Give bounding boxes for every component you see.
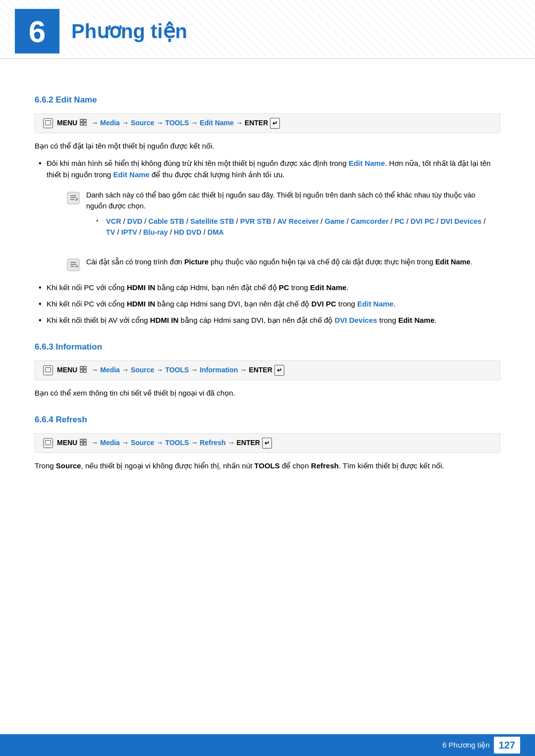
chapter-number: 6	[15, 9, 59, 53]
note-1-content: Danh sách này có thể bao gồm các thiết b…	[86, 190, 492, 242]
hd-dvd: HD DVD	[174, 228, 202, 236]
footer: 6 Phương tiện 127	[0, 734, 535, 756]
menu-media-663: Media	[100, 365, 120, 375]
section-664: 6.6.4 Refresh MENU → Media → Source → TO…	[35, 413, 500, 471]
dvi-devices: DVI Devices	[440, 217, 482, 225]
satellite-stb: Satellite STB	[190, 217, 234, 225]
arrow1-664: →	[91, 438, 98, 448]
svg-rect-21	[84, 443, 86, 445]
bullet-item-3: Khi kết nối PC với cổng HDMI IN bằng cáp…	[35, 298, 500, 309]
arrow5-664: →	[228, 438, 235, 448]
section-662: 6.6.2 Edit Name MENU → Media → Source → …	[35, 94, 500, 326]
bullet-4-text: Khi kết nối thiết bị AV với cổng HDMI IN…	[47, 316, 436, 324]
note-box-1: Danh sách này có thể bao gồm các thiết b…	[58, 185, 500, 247]
chapter-title: Phương tiện	[71, 16, 187, 46]
menu-enter-label-663: ENTER	[249, 365, 272, 375]
menu-enter-label: ENTER	[245, 118, 268, 128]
arrow5-663: →	[240, 365, 247, 375]
pencil-icon-2	[66, 258, 80, 272]
section-664-heading: 6.6.4 Refresh	[35, 413, 500, 426]
source-ref-664: Source	[56, 461, 81, 470]
menu-label-menu-663: MENU	[57, 365, 77, 375]
menu-label-menu-664: MENU	[57, 438, 77, 448]
edit-name-ref-6: Edit Name	[398, 316, 434, 324]
section-663-heading: 6.6.3 Information	[35, 341, 500, 353]
menu-tools-663: TOOLS	[165, 365, 189, 375]
arrow1-663: →	[91, 365, 98, 375]
arrow5: →	[236, 118, 243, 128]
menu-source: Source	[131, 118, 154, 128]
bullet-item-1: Đôi khi màn hình sẽ hiển thị không đúng …	[35, 157, 500, 277]
menu-media: Media	[100, 118, 120, 128]
menu-information: Information	[200, 365, 238, 375]
footer-label: 6 Phương tiện	[442, 740, 490, 751]
vcr: VCR	[106, 217, 121, 225]
menu-icon-662	[43, 118, 53, 128]
menu-editname: Edit Name	[200, 118, 233, 128]
tools-ref-664: TOOLS	[254, 461, 279, 470]
svg-rect-14	[80, 366, 83, 369]
arrow4-663: →	[191, 365, 198, 375]
cable-stb: Cable STB	[148, 217, 184, 225]
edit-name-ref-3: Edit Name	[435, 258, 471, 266]
menu-media-664: Media	[100, 438, 120, 448]
camcorder: Camcorder	[351, 217, 389, 225]
menu-grid-icon-663	[79, 365, 89, 375]
note-box-2: Cài đặt sẵn có trong trình đơn Picture p…	[58, 252, 500, 277]
menu-icon-664	[43, 438, 53, 448]
bullet-3-text: Khi kết nối PC với cổng HDMI IN bằng cáp…	[47, 300, 396, 308]
section-663-intro: Bạn có thể xem thông tin chi tiết về thi…	[35, 387, 500, 399]
hdmi-in-ref-1: HDMI IN	[127, 283, 156, 292]
dvi-pc-ref: DVI PC	[312, 300, 336, 308]
menu-grid-icon-664	[79, 438, 89, 448]
menu-tools-664: TOOLS	[165, 438, 189, 448]
main-content: 6.6.2 Edit Name MENU → Media → Source → …	[0, 64, 535, 517]
arrow3: →	[156, 118, 163, 128]
hdmi-in-ref-3: HDMI IN	[150, 316, 179, 324]
menu-source-663: Source	[131, 365, 154, 375]
arrow4-664: →	[191, 438, 198, 448]
svg-rect-19	[84, 439, 86, 442]
section-662-bullet-list: Đôi khi màn hình sẽ hiển thị không đúng …	[35, 157, 500, 326]
hdmi-in-ref-2: HDMI IN	[127, 300, 156, 308]
svg-rect-10	[67, 259, 79, 271]
menu-tools: TOOLS	[165, 118, 189, 128]
menu-icon-663	[43, 365, 53, 375]
svg-rect-17	[84, 370, 86, 372]
picture-ref: Picture	[184, 258, 209, 266]
arrow2-664: →	[122, 438, 129, 448]
arrow2: →	[122, 118, 129, 128]
edit-name-ref-1: Edit Name	[349, 159, 385, 167]
refresh-ref-664: Refresh	[311, 461, 339, 470]
footer-page-info: 6 Phương tiện 127	[442, 737, 520, 754]
svg-rect-16	[80, 370, 83, 372]
edit-name-ref-2: Edit Name	[113, 170, 150, 179]
svg-rect-15	[84, 366, 86, 369]
menu-path-663: MENU → Media → Source → TOOLS → Informat…	[35, 360, 500, 380]
arrow3-664: →	[156, 438, 163, 448]
game: Game	[324, 217, 344, 225]
note-2-text: Cài đặt sẵn có trong trình đơn Picture p…	[86, 258, 473, 266]
section-662-intro: Bạn có thể đặt lại tên một thiết bị nguồ…	[35, 140, 500, 151]
source-list-item: VCR / DVD / Cable STB / Satellite STB / …	[96, 216, 492, 238]
menu-enter-label-664: ENTER	[237, 438, 260, 448]
note-2-content: Cài đặt sẵn có trong trình đơn Picture p…	[86, 257, 473, 268]
section-664-intro: Trong Source, nếu thiết bị ngoại vi khôn…	[35, 460, 500, 471]
svg-rect-5	[84, 123, 86, 125]
enter-icon-664: ↵	[262, 438, 272, 449]
pencil-icon-1	[66, 191, 80, 205]
svg-rect-2	[80, 119, 83, 122]
iptv: IPTV	[121, 228, 137, 236]
enter-icon-663: ↵	[274, 365, 284, 376]
note-1-text: Danh sách này có thể bao gồm các thiết b…	[86, 191, 476, 210]
chapter-header: 6 Phương tiện	[0, 0, 535, 59]
bullet-item-4: Khi kết nối thiết bị AV với cổng HDMI IN…	[35, 314, 500, 326]
arrow4: →	[191, 118, 198, 128]
pc: PC	[394, 217, 404, 225]
blu-ray: Blu-ray	[143, 228, 168, 236]
edit-name-ref-5: Edit Name	[357, 300, 393, 308]
menu-path-664: MENU → Media → Source → TOOLS → Refresh …	[35, 433, 500, 453]
svg-rect-18	[80, 439, 83, 442]
pvr-stb: PVR STB	[240, 217, 271, 225]
arrow2-663: →	[122, 365, 129, 375]
